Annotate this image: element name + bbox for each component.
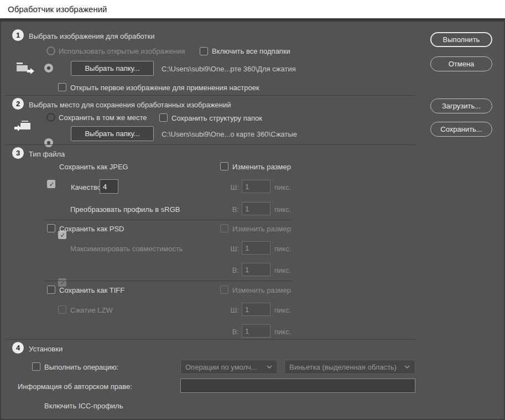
- chevron-down-icon: [266, 365, 273, 369]
- lzw-compression-checkbox[interactable]: [58, 305, 66, 314]
- section4-number: 4: [12, 342, 24, 354]
- action-set-dropdown[interactable]: Операции по умолч...: [180, 360, 278, 374]
- run-button[interactable]: Выполнить: [430, 32, 492, 47]
- tiff-height-units: пикс.: [274, 328, 291, 336]
- cancel-button[interactable]: Отмена: [430, 56, 492, 71]
- include-subfolders-checkbox[interactable]: [200, 47, 208, 55]
- section3-separator: [6, 339, 415, 340]
- save-as-psd-checkbox[interactable]: [47, 224, 55, 232]
- keep-folder-structure-label: Сохранить структуру папок: [171, 114, 262, 122]
- tiff-resize-label: Изменить размер: [232, 286, 291, 294]
- save-as-psd-label: Сохранить как PSD: [59, 225, 124, 233]
- save-same-place-radio[interactable]: [46, 113, 55, 122]
- psd-width-label: Ш:: [220, 245, 239, 253]
- jpeg-width-units: пикс.: [274, 183, 291, 191]
- tiff-width-units: пикс.: [274, 306, 291, 314]
- tiff-resize-checkbox[interactable]: [220, 286, 228, 294]
- choose-folder-button-1[interactable]: Выбрать папку...: [71, 61, 154, 76]
- jpeg-quality-label: Качество:: [71, 183, 103, 191]
- use-open-images-radio[interactable]: [46, 46, 55, 55]
- convert-srgb-label: Преобразовать профиль в sRGB: [70, 205, 180, 214]
- source-folder-path: C:\Users\subi9\One...рте 360\Для сжатия: [162, 65, 296, 73]
- section3-title: Тип файла: [29, 150, 65, 158]
- section2-title: Выбрать место для сохранения обработанны…: [29, 101, 231, 109]
- jpeg-resize-label: Изменить размер: [232, 163, 291, 171]
- dialog-titlebar: Обработчик изображений: [0, 0, 505, 18]
- save-button[interactable]: Сохранить...: [430, 122, 492, 137]
- action-set-value: Операции по умолч...: [185, 363, 257, 371]
- save-same-place-label: Сохранить в том же месте: [59, 113, 147, 122]
- copyright-label: Информация об авторском праве:: [18, 382, 132, 391]
- run-action-label: Выполнить операцию:: [44, 363, 118, 371]
- jpeg-quality-input[interactable]: [100, 179, 118, 194]
- save-as-jpeg-checkbox[interactable]: [47, 180, 55, 188]
- tiff-width-label: Ш:: [220, 306, 239, 314]
- psd-width-input[interactable]: [242, 241, 270, 255]
- include-icc-label: Включить ICC-профиль: [44, 402, 123, 410]
- maximize-compatibility-label: Максимизировать совместимость: [70, 245, 183, 253]
- section2-separator: [6, 144, 415, 145]
- copyright-input[interactable]: [180, 378, 415, 393]
- psd-resize-checkbox[interactable]: [220, 224, 228, 232]
- keep-folder-structure-checkbox[interactable]: [159, 113, 168, 122]
- use-open-images-label: Использовать открытые изображения: [59, 47, 185, 55]
- image-processor-dialog: Обработчик изображений 1 Выбрать изображ…: [0, 0, 505, 420]
- jpeg-width-label: Ш:: [220, 183, 239, 191]
- dest-folder-path: C:\Users\subi9\One...о карте 360\Сжатые: [162, 130, 297, 138]
- folder-import-icon: [13, 120, 34, 135]
- open-first-image-checkbox[interactable]: [58, 83, 66, 91]
- section2-number: 2: [12, 98, 24, 110]
- folder-export-icon: [14, 61, 34, 75]
- section1-title: Выбрать изображения для обработки: [29, 32, 154, 40]
- choose-folder-button-2[interactable]: Выбрать папку...: [71, 126, 154, 141]
- action-value: Виньетка (выделенная область): [289, 363, 397, 371]
- action-dropdown[interactable]: Виньетка (выделенная область): [284, 360, 415, 374]
- jpeg-height-units: пикс.: [274, 205, 291, 214]
- section3-number: 3: [12, 147, 24, 159]
- jpeg-height-input[interactable]: [242, 202, 270, 215]
- psd-tiff-separator: [44, 281, 293, 281]
- select-folder-radio[interactable]: [44, 64, 53, 72]
- lzw-compression-label: Сжатие LZW: [70, 306, 113, 314]
- tiff-width-input[interactable]: [242, 303, 270, 316]
- tiff-height-input[interactable]: [242, 324, 270, 338]
- section1-separator: [6, 95, 415, 96]
- load-button[interactable]: Загрузить...: [430, 98, 492, 113]
- psd-resize-label: Изменить размер: [232, 225, 291, 233]
- titlebar-divider: [0, 18, 505, 22]
- dialog-title: Обработчик изображений: [8, 0, 107, 18]
- include-subfolders-label: Включить все подпапки: [212, 47, 290, 55]
- psd-height-units: пикс.: [274, 266, 291, 274]
- run-action-checkbox[interactable]: [32, 362, 40, 371]
- psd-height-label: В:: [220, 266, 239, 274]
- jpeg-psd-separator: [44, 220, 293, 220]
- save-as-jpeg-label: Сохранить как JPEG: [59, 163, 128, 171]
- jpeg-resize-checkbox[interactable]: [220, 162, 228, 170]
- psd-width-units: пикс.: [274, 245, 291, 253]
- select-dest-folder-radio[interactable]: [44, 138, 53, 147]
- psd-height-input[interactable]: [242, 263, 270, 276]
- maximize-compatibility-checkbox[interactable]: [58, 278, 66, 287]
- section1-number: 1: [12, 29, 24, 41]
- dialog-left-edge: [0, 22, 1, 420]
- section4-title: Установки: [29, 345, 63, 353]
- jpeg-width-input[interactable]: [242, 180, 270, 193]
- save-as-tiff-checkbox[interactable]: [47, 286, 55, 294]
- chevron-down-icon: [404, 365, 410, 369]
- open-first-image-label: Открыть первое изображение для применени…: [70, 84, 259, 92]
- tiff-height-label: В:: [220, 328, 239, 336]
- save-as-tiff-label: Сохранить как TIFF: [59, 286, 124, 294]
- jpeg-height-label: В:: [220, 205, 239, 214]
